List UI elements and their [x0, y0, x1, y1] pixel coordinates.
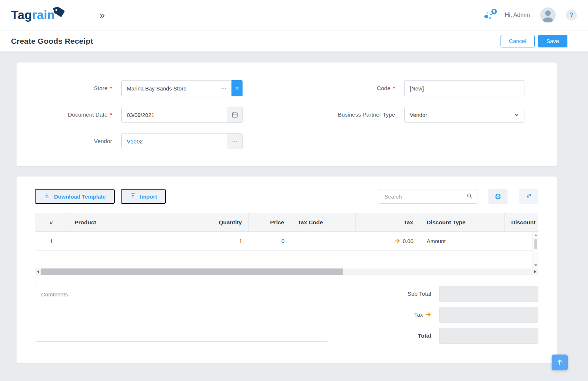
table-header-row: # Product Quantity Price Tax Code Tax Di… — [35, 213, 538, 232]
cell-tax-code[interactable] — [291, 232, 356, 250]
logo-text: Tagrain — [11, 8, 55, 22]
table-horizontal-scrollbar[interactable] — [35, 268, 538, 275]
table-row[interactable]: 1 1 0 0.00 Amount — [35, 232, 538, 251]
store-clear-button[interactable]: ✕ — [232, 80, 243, 96]
sidebar-collapse-icon[interactable]: » — [100, 10, 105, 20]
document-date-value: 03/09/2021 — [122, 112, 227, 118]
help-icon[interactable]: ? — [566, 10, 577, 21]
required-marker: * — [110, 112, 112, 118]
logo-part1: Tag — [11, 8, 32, 22]
grid-toolbar-right: ⚙ — [379, 189, 538, 204]
cell-quantity[interactable]: 1 — [197, 232, 249, 250]
main-content: Store* Marina Bay Sands Store ⋯ ✕ Code* … — [0, 51, 588, 378]
subtotal-row: Sub Total — [380, 286, 538, 302]
column-header-discount[interactable]: Discount — [505, 213, 538, 231]
import-button[interactable]: Import — [121, 189, 166, 204]
column-header-product[interactable]: Product — [68, 213, 197, 231]
store-lookup-icon[interactable]: ⋯ — [216, 85, 231, 92]
grid-settings-button[interactable]: ⚙ — [488, 189, 508, 204]
cell-discount-type[interactable]: Amount — [420, 232, 505, 250]
page-header: Create Goods Receipt Cancel Save — [0, 30, 588, 51]
upload-icon — [130, 193, 136, 200]
scroll-down-arrow[interactable] — [533, 263, 539, 268]
notification-dot — [489, 17, 491, 19]
search-icon[interactable] — [466, 193, 473, 200]
logo-part2: rain — [32, 8, 55, 22]
cell-tax: 0.00 — [356, 232, 420, 250]
notifications-icon[interactable]: 5 — [484, 9, 495, 21]
vertical-scroll-thumb[interactable] — [534, 239, 537, 249]
tagrain-logo[interactable]: Tagrain — [11, 8, 66, 22]
tax-arrow-icon[interactable] — [426, 311, 431, 318]
topbar-right: 5 Hi, Admin ? — [484, 7, 577, 23]
column-header-tax-code[interactable]: Tax Code — [291, 213, 356, 231]
tax-input — [439, 307, 538, 323]
calendar-icon[interactable] — [227, 107, 242, 122]
table-empty-area — [35, 251, 538, 268]
store-field-row: Store* Marina Bay Sands Store ⋯ ✕ — [35, 80, 281, 96]
subtotal-label: Sub Total — [380, 291, 439, 297]
tax-label: Tax — [380, 311, 439, 318]
business-partner-type-select[interactable]: Vendor — [404, 107, 524, 123]
save-button[interactable]: Save — [538, 35, 567, 47]
required-marker: * — [393, 85, 395, 91]
expand-grid-button[interactable] — [519, 189, 538, 204]
store-control: Marina Bay Sands Store ⋯ ✕ — [121, 80, 243, 96]
column-header-number[interactable]: # — [35, 213, 68, 231]
download-template-button[interactable]: Download Template — [35, 189, 115, 204]
page-actions: Cancel Save — [501, 35, 567, 47]
chevron-down-icon — [509, 112, 524, 118]
vendor-label: Vendor — [35, 138, 121, 145]
line-items-table: # Product Quantity Price Tax Code Tax Di… — [35, 213, 538, 275]
gear-icon: ⚙ — [495, 193, 502, 200]
cancel-button[interactable]: Cancel — [501, 35, 535, 47]
vendor-lookup-icon[interactable]: ⋯ — [227, 133, 242, 149]
vendor-value: V1002 — [122, 138, 227, 145]
store-value: Marina Bay Sands Store — [122, 85, 216, 92]
vendor-field-row: Vendor V1002 ⋯ — [35, 133, 281, 149]
store-label: Store* — [35, 85, 121, 92]
required-marker: * — [110, 85, 112, 91]
cell-number: 1 — [35, 232, 68, 250]
arrow-up-icon — [556, 358, 563, 367]
cell-price[interactable]: 0 — [249, 232, 291, 250]
scroll-up-arrow[interactable] — [533, 232, 539, 238]
scroll-to-top-button[interactable] — [552, 355, 568, 370]
comments-textarea[interactable] — [35, 286, 328, 342]
business-partner-type-value: Vendor — [405, 112, 509, 118]
column-header-discount-type[interactable]: Discount Type — [420, 213, 505, 231]
tax-arrow-icon[interactable] — [395, 238, 400, 244]
code-field-row: Code* [New] — [292, 80, 538, 96]
subtotal-input — [439, 286, 538, 302]
column-header-quantity[interactable]: Quantity — [197, 213, 249, 231]
top-bar: Tagrain » 5 Hi, Admin ? — [0, 0, 588, 30]
code-input[interactable]: [New] — [404, 80, 524, 96]
search-box — [379, 189, 477, 204]
business-partner-type-label: Business Partner Type — [292, 111, 404, 118]
table-vertical-scrollbar[interactable] — [532, 232, 538, 268]
store-input[interactable]: Marina Bay Sands Store ⋯ — [121, 80, 232, 96]
grid-toolbar: Download Template Import ⚙ — [35, 189, 538, 204]
horizontal-scroll-thumb[interactable] — [41, 268, 343, 275]
scroll-right-arrow[interactable] — [532, 268, 538, 275]
totals-section: Sub Total Tax Total — [35, 286, 538, 344]
notification-badge: 5 — [491, 8, 498, 15]
expand-icon — [525, 192, 533, 201]
column-header-tax[interactable]: Tax — [356, 213, 420, 231]
line-items-card: Download Template Import ⚙ — [17, 177, 557, 363]
search-input[interactable] — [384, 193, 466, 200]
total-input — [439, 328, 538, 344]
total-row: Total — [380, 328, 538, 344]
column-header-price[interactable]: Price — [249, 213, 291, 231]
total-label: Total — [380, 332, 439, 339]
download-icon — [44, 193, 50, 200]
totals-block: Sub Total Tax Total — [380, 286, 538, 344]
document-date-input[interactable]: 03/09/2021 — [121, 107, 243, 123]
cell-product[interactable] — [68, 232, 197, 250]
avatar[interactable] — [540, 7, 556, 23]
vendor-input[interactable]: V1002 ⋯ — [121, 133, 243, 149]
document-date-field-row: Document Date* 03/09/2021 — [35, 107, 281, 123]
business-partner-type-control: Vendor — [404, 107, 524, 123]
scroll-left-arrow[interactable] — [35, 268, 41, 275]
document-date-control: 03/09/2021 — [121, 107, 243, 123]
